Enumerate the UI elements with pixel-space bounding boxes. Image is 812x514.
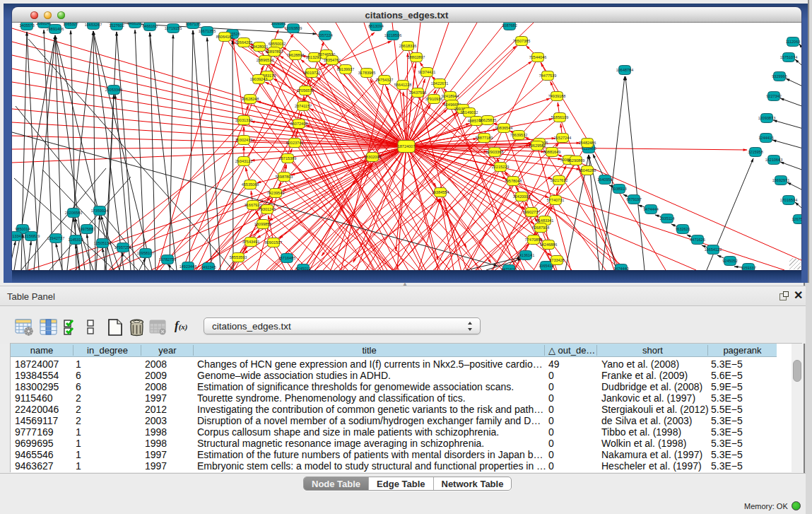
svg-text:19437596: 19437596: [409, 90, 426, 95]
svg-text:95149012: 95149012: [461, 110, 478, 115]
svg-text:13422671: 13422671: [431, 81, 448, 86]
svg-text:82687908: 82687908: [532, 226, 549, 230]
svg-text:79578048: 79578048: [505, 179, 522, 183]
svg-text:96290869: 96290869: [567, 158, 584, 163]
svg-text:80881649: 80881649: [543, 150, 560, 154]
svg-text:9245012: 9245012: [295, 267, 310, 270]
svg-text:3215958: 3215958: [748, 150, 763, 154]
svg-text:74939188: 74939188: [548, 94, 565, 98]
svg-text:72544046: 72544046: [529, 55, 546, 59]
svg-text:1067135: 1067135: [185, 23, 200, 26]
svg-text:62664205: 62664205: [235, 40, 252, 45]
svg-text:10031310: 10031310: [235, 118, 252, 122]
svg-text:58802897: 58802897: [408, 55, 425, 59]
svg-text:17957255: 17957255: [114, 245, 131, 250]
svg-text:92374421: 92374421: [418, 70, 435, 74]
svg-text:20206580: 20206580: [65, 211, 82, 215]
svg-text:58877189: 58877189: [476, 136, 493, 140]
svg-text:16782759: 16782759: [159, 257, 176, 262]
svg-text:14136141: 14136141: [517, 253, 534, 257]
svg-text:37543491: 37543491: [242, 240, 259, 244]
svg-text:82023741: 82023741: [286, 141, 303, 145]
svg-text:19218506: 19218506: [384, 33, 401, 37]
svg-text:9329966: 9329966: [772, 74, 787, 78]
svg-text:58553593: 58553593: [230, 255, 247, 259]
svg-text:1065410: 1065410: [539, 264, 553, 268]
svg-text:20053346: 20053346: [105, 88, 122, 92]
svg-text:17056578: 17056578: [297, 88, 314, 93]
svg-text:18302095: 18302095: [364, 155, 381, 159]
svg-text:1733426: 1733426: [549, 258, 564, 262]
svg-text:55987803: 55987803: [276, 175, 293, 179]
svg-text:90628248: 90628248: [242, 97, 259, 101]
svg-text:51856109: 51856109: [551, 115, 568, 119]
svg-text:9245052: 9245052: [722, 259, 737, 263]
svg-text:59217612: 59217612: [551, 178, 567, 182]
svg-text:12942737: 12942737: [47, 236, 64, 240]
svg-text:6466160: 6466160: [142, 24, 157, 28]
svg-text:56625835: 56625835: [479, 118, 496, 122]
svg-text:57740731: 57740731: [547, 198, 564, 202]
svg-text:74239549: 74239549: [267, 191, 284, 195]
svg-text:15716485: 15716485: [278, 256, 295, 260]
svg-text:18354761: 18354761: [324, 58, 341, 62]
svg-text:45535068: 45535068: [242, 182, 259, 187]
svg-text:75507385: 75507385: [513, 39, 530, 43]
svg-text:10654122: 10654122: [705, 247, 722, 252]
svg-text:25482486: 25482486: [579, 141, 596, 145]
svg-text:8471626: 8471626: [690, 238, 705, 242]
svg-text:15751074: 15751074: [780, 55, 797, 59]
svg-text:29343122: 29343122: [235, 159, 252, 163]
svg-text:2089141: 2089141: [36, 23, 51, 25]
svg-text:10958107: 10958107: [137, 251, 154, 255]
svg-text:1145319: 1145319: [68, 238, 83, 242]
svg-text:19039243: 19039243: [250, 77, 267, 81]
svg-text:32420002: 32420002: [513, 194, 530, 199]
svg-text:62897893: 62897893: [266, 49, 283, 54]
svg-text:16210643: 16210643: [765, 158, 782, 162]
svg-text:9474440: 9474440: [613, 267, 628, 270]
svg-text:18724007: 18724007: [398, 144, 415, 148]
svg-text:10653267: 10653267: [85, 23, 102, 27]
svg-text:24754327: 24754327: [376, 78, 393, 82]
svg-text:1009381: 1009381: [271, 23, 286, 25]
svg-text:80901507: 80901507: [265, 240, 282, 245]
svg-text:23741157: 23741157: [295, 104, 312, 108]
svg-text:37910936: 37910936: [425, 97, 442, 101]
svg-text:12505135: 12505135: [94, 241, 111, 245]
svg-text:7357224: 7357224: [317, 33, 332, 37]
svg-text:9227342: 9227342: [766, 94, 781, 98]
svg-text:77470852: 77470852: [525, 238, 542, 242]
svg-text:9850014: 9850014: [15, 227, 30, 231]
svg-text:1640954: 1640954: [597, 177, 612, 182]
svg-text:20891406: 20891406: [47, 27, 64, 31]
svg-text:54246886: 54246886: [540, 243, 557, 247]
svg-text:19975887: 19975887: [78, 227, 95, 231]
svg-text:79301246: 79301246: [259, 207, 276, 211]
svg-text:1059337: 1059337: [741, 266, 755, 270]
svg-text:23618316: 23618316: [399, 44, 416, 48]
svg-text:1065327: 1065327: [63, 23, 78, 26]
svg-text:13629581: 13629581: [529, 144, 546, 148]
svg-text:38019720: 38019720: [303, 71, 320, 75]
svg-text:85064182: 85064182: [216, 35, 233, 39]
svg-text:73639532: 73639532: [510, 133, 527, 137]
svg-text:1492345: 1492345: [201, 265, 216, 269]
svg-text:1112063: 1112063: [786, 40, 801, 44]
svg-text:10671355: 10671355: [199, 29, 216, 33]
svg-text:8471620: 8471620: [501, 267, 516, 270]
svg-text:22215229: 22215229: [492, 165, 509, 169]
svg-text:17359924: 17359924: [91, 209, 108, 213]
svg-text:1527602: 1527602: [109, 23, 124, 28]
svg-text:15692971: 15692971: [772, 178, 789, 182]
svg-text:10719155: 10719155: [165, 26, 182, 30]
svg-text:1244415: 1244415: [758, 136, 773, 140]
svg-text:9474444: 9474444: [643, 207, 658, 211]
svg-text:6879197: 6879197: [626, 197, 641, 201]
svg-text:82903368: 82903368: [486, 150, 503, 154]
svg-text:14923448: 14923448: [180, 264, 196, 269]
svg-text:3913342: 3913342: [12, 234, 23, 238]
svg-text:23715389: 23715389: [279, 156, 296, 160]
svg-text:19384554: 19384554: [432, 190, 449, 194]
svg-text:23896513: 23896513: [257, 58, 273, 62]
